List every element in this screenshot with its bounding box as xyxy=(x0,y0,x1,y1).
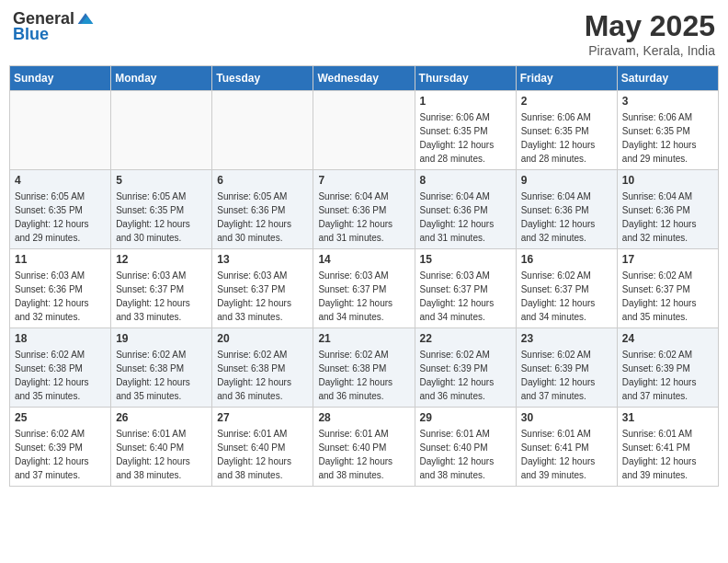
calendar-cell xyxy=(212,91,313,170)
sunrise-label: Sunrise: xyxy=(217,270,253,281)
daylight-label: Daylight: 12 hours and 35 minutes. xyxy=(116,377,190,401)
day-info: Sunrise: 6:02 AM Sunset: 6:37 PM Dayligh… xyxy=(622,269,713,324)
sunset-time: 6:41 PM xyxy=(656,442,690,453)
sunrise-time: 6:01 AM xyxy=(153,429,187,439)
sunset-time: 6:36 PM xyxy=(554,205,588,215)
sunset-time: 6:37 PM xyxy=(554,284,588,294)
sunrise-label: Sunrise: xyxy=(318,191,354,201)
col-header-thursday: Thursday xyxy=(415,66,516,91)
sunset-label: Sunset: xyxy=(116,205,150,215)
sunset-time: 6:36 PM xyxy=(453,205,487,215)
day-info: Sunrise: 6:04 AM Sunset: 6:36 PM Dayligh… xyxy=(420,190,511,245)
daylight-label: Daylight: 12 hours and 28 minutes. xyxy=(420,140,495,164)
day-number: 23 xyxy=(521,332,612,345)
day-info: Sunrise: 6:02 AM Sunset: 6:39 PM Dayligh… xyxy=(521,348,612,403)
sunset-time: 6:39 PM xyxy=(453,363,487,373)
day-number: 27 xyxy=(217,411,308,424)
sunset-label: Sunset: xyxy=(521,284,555,294)
calendar-cell xyxy=(111,91,212,170)
sunset-label: Sunset: xyxy=(420,126,454,136)
calendar-cell: 28 Sunrise: 6:01 AM Sunset: 6:40 PM Dayl… xyxy=(313,408,415,487)
sunrise-time: 6:06 AM xyxy=(658,112,692,122)
calendar-cell: 4 Sunrise: 6:05 AM Sunset: 6:35 PM Dayli… xyxy=(10,170,111,249)
sunset-time: 6:37 PM xyxy=(251,284,285,294)
day-number: 17 xyxy=(622,253,713,266)
daylight-label: Daylight: 12 hours and 33 minutes. xyxy=(116,298,190,322)
calendar-cell: 22 Sunrise: 6:02 AM Sunset: 6:39 PM Dayl… xyxy=(415,328,516,408)
day-number: 9 xyxy=(521,174,612,187)
sunrise-time: 6:02 AM xyxy=(456,350,490,360)
sunset-time: 6:36 PM xyxy=(656,205,690,215)
day-info: Sunrise: 6:02 AM Sunset: 6:38 PM Dayligh… xyxy=(318,348,409,403)
sunrise-time: 6:03 AM xyxy=(355,270,389,281)
day-info: Sunrise: 6:05 AM Sunset: 6:35 PM Dayligh… xyxy=(15,190,106,245)
sunset-time: 6:38 PM xyxy=(352,363,386,373)
sunset-time: 6:37 PM xyxy=(656,284,690,294)
sunset-time: 6:38 PM xyxy=(150,363,184,373)
sunrise-label: Sunrise: xyxy=(521,112,557,122)
sunset-time: 6:35 PM xyxy=(49,205,83,215)
sunset-label: Sunset: xyxy=(521,205,555,215)
calendar-cell: 2 Sunrise: 6:06 AM Sunset: 6:35 PM Dayli… xyxy=(516,91,617,170)
day-number: 10 xyxy=(622,174,713,187)
daylight-label: Daylight: 12 hours and 34 minutes. xyxy=(420,298,495,322)
sunrise-label: Sunrise: xyxy=(318,429,354,439)
sunrise-time: 6:06 AM xyxy=(456,112,490,122)
sunrise-label: Sunrise: xyxy=(116,350,152,360)
day-info: Sunrise: 6:03 AM Sunset: 6:36 PM Dayligh… xyxy=(15,269,106,324)
day-info: Sunrise: 6:04 AM Sunset: 6:36 PM Dayligh… xyxy=(521,190,612,245)
sunrise-time: 6:02 AM xyxy=(254,350,288,360)
day-info: Sunrise: 6:05 AM Sunset: 6:36 PM Dayligh… xyxy=(217,190,308,245)
sunrise-time: 6:05 AM xyxy=(254,191,288,201)
calendar-cell: 9 Sunrise: 6:04 AM Sunset: 6:36 PM Dayli… xyxy=(516,170,617,249)
day-info: Sunrise: 6:03 AM Sunset: 6:37 PM Dayligh… xyxy=(420,269,511,324)
day-info: Sunrise: 6:04 AM Sunset: 6:36 PM Dayligh… xyxy=(318,190,409,245)
sunset-time: 6:41 PM xyxy=(554,442,588,453)
sunrise-label: Sunrise: xyxy=(318,350,354,360)
day-info: Sunrise: 6:01 AM Sunset: 6:40 PM Dayligh… xyxy=(116,427,207,482)
sunrise-label: Sunrise: xyxy=(116,270,152,281)
sunset-label: Sunset: xyxy=(15,284,49,294)
calendar-week-row: 4 Sunrise: 6:05 AM Sunset: 6:35 PM Dayli… xyxy=(10,170,719,249)
calendar-cell: 30 Sunrise: 6:01 AM Sunset: 6:41 PM Dayl… xyxy=(516,408,617,487)
sunrise-label: Sunrise: xyxy=(622,350,658,360)
day-number: 16 xyxy=(521,253,612,266)
day-info: Sunrise: 6:03 AM Sunset: 6:37 PM Dayligh… xyxy=(318,269,409,324)
sunrise-label: Sunrise: xyxy=(217,191,253,201)
sunrise-label: Sunrise: xyxy=(622,112,658,122)
sunset-label: Sunset: xyxy=(116,363,150,373)
logo: General Blue xyxy=(13,9,95,44)
day-number: 1 xyxy=(420,95,511,108)
sunrise-label: Sunrise: xyxy=(420,191,456,201)
day-number: 3 xyxy=(622,95,713,108)
col-header-friday: Friday xyxy=(516,66,617,91)
daylight-label: Daylight: 12 hours and 35 minutes. xyxy=(15,377,89,401)
daylight-label: Daylight: 12 hours and 39 minutes. xyxy=(521,456,596,480)
day-number: 2 xyxy=(521,95,612,108)
day-info: Sunrise: 6:02 AM Sunset: 6:38 PM Dayligh… xyxy=(15,348,106,403)
sunrise-time: 6:04 AM xyxy=(658,191,692,201)
daylight-label: Daylight: 12 hours and 32 minutes. xyxy=(622,219,697,243)
daylight-label: Daylight: 12 hours and 39 minutes. xyxy=(622,456,697,480)
sunset-time: 6:35 PM xyxy=(554,126,588,136)
sunset-label: Sunset: xyxy=(318,284,352,294)
sunset-time: 6:40 PM xyxy=(352,442,386,453)
logo-blue: Blue xyxy=(13,25,49,44)
sunrise-label: Sunrise: xyxy=(217,429,253,439)
title-block: May 2025 Piravam, Kerala, India xyxy=(585,9,715,58)
calendar-cell: 16 Sunrise: 6:02 AM Sunset: 6:37 PM Dayl… xyxy=(516,249,617,328)
calendar-cell: 7 Sunrise: 6:04 AM Sunset: 6:36 PM Dayli… xyxy=(313,170,415,249)
calendar-cell: 12 Sunrise: 6:03 AM Sunset: 6:37 PM Dayl… xyxy=(111,249,212,328)
sunset-time: 6:36 PM xyxy=(251,205,285,215)
calendar-cell: 14 Sunrise: 6:03 AM Sunset: 6:37 PM Dayl… xyxy=(313,249,415,328)
daylight-label: Daylight: 12 hours and 37 minutes. xyxy=(622,377,697,401)
sunset-label: Sunset: xyxy=(217,205,251,215)
calendar-cell: 29 Sunrise: 6:01 AM Sunset: 6:40 PM Dayl… xyxy=(415,408,516,487)
calendar-table: SundayMondayTuesdayWednesdayThursdayFrid… xyxy=(9,65,719,487)
day-number: 24 xyxy=(622,332,713,345)
sunrise-label: Sunrise: xyxy=(217,350,253,360)
day-info: Sunrise: 6:02 AM Sunset: 6:39 PM Dayligh… xyxy=(420,348,511,403)
sunset-label: Sunset: xyxy=(420,284,454,294)
sunrise-time: 6:02 AM xyxy=(355,350,389,360)
sunrise-label: Sunrise: xyxy=(622,191,658,201)
